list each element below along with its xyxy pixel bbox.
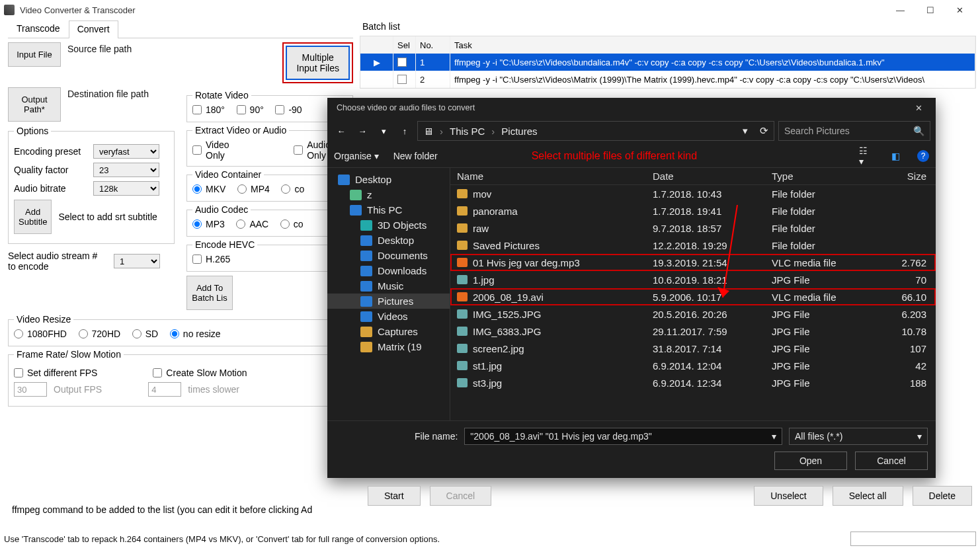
file-row[interactable]: raw9.7.2018. 18:57File folder <box>450 219 936 237</box>
file-row[interactable]: st1.jpg6.9.2014. 12:04JPG File42 <box>450 357 936 374</box>
minimize-button[interactable]: — <box>885 0 915 20</box>
dialog-close-button[interactable]: ✕ <box>905 103 932 113</box>
select-all-button[interactable]: Select all <box>833 486 903 506</box>
aac-radio[interactable]: AAC <box>236 219 268 229</box>
file-row[interactable]: 1.jpg10.6.2019. 18:21JPG File70 <box>450 271 936 288</box>
close-button[interactable]: ✕ <box>945 0 975 20</box>
rotate-n90-checkbox[interactable]: -90 <box>275 104 302 115</box>
co2-radio[interactable]: co <box>280 219 304 229</box>
breadcrumb-leaf[interactable]: Pictures <box>501 126 537 137</box>
file-row[interactable]: st3.jpg6.9.2014. 12:34JPG File188 <box>450 374 936 391</box>
rotate-90-checkbox[interactable]: 90° <box>237 104 264 115</box>
create-slow-checkbox[interactable]: Create Slow Motion <box>153 368 247 378</box>
tree-item[interactable]: Desktop <box>327 233 450 248</box>
cancel-button[interactable]: Cancel <box>855 452 928 470</box>
video-only-checkbox[interactable]: Video Only <box>192 139 229 161</box>
view-mode-button[interactable]: ☷ ▾ <box>859 149 874 163</box>
tab-transcode[interactable]: Transcode <box>8 20 69 38</box>
resize-sd-radio[interactable]: SD <box>132 329 158 339</box>
file-name-input[interactable]: "2006_08_19.avi" "01 Hvis jeg var deg.mp… <box>464 428 782 445</box>
nav-recent-button[interactable]: ▾ <box>375 122 392 139</box>
col-size[interactable]: Size <box>878 171 929 182</box>
tree-item[interactable]: Matrix (19 <box>327 339 450 354</box>
input-file-button[interactable]: Input File <box>8 42 61 67</box>
add-subtitle-button[interactable]: AddSubtitle <box>14 200 52 234</box>
cancel-batch-button[interactable]: Cancel <box>430 486 492 506</box>
maximize-button[interactable]: ☐ <box>915 0 945 20</box>
status-input[interactable] <box>850 532 976 546</box>
resize-1080-radio[interactable]: 1080FHD <box>14 329 67 339</box>
file-row[interactable]: 2006_08_19.avi5.9.2006. 10:17VLC media f… <box>450 288 936 305</box>
tree-item[interactable]: This PC <box>327 202 450 217</box>
audio-stream-select[interactable]: 1 <box>114 254 160 268</box>
tree-item[interactable]: Pictures <box>327 294 450 309</box>
col-no[interactable]: No. <box>416 36 450 54</box>
help-icon[interactable]: ? <box>917 150 929 162</box>
mp3-radio[interactable]: MP3 <box>192 219 225 229</box>
file-row[interactable]: panorama1.7.2018. 19:41File folder <box>450 202 936 219</box>
tree-item[interactable]: Desktop <box>327 172 450 187</box>
refresh-icon[interactable]: ⟳ <box>760 125 768 137</box>
delete-button[interactable]: Delete <box>913 486 972 506</box>
file-row[interactable]: Saved Pictures12.2.2018. 19:29File folde… <box>450 237 936 254</box>
unselect-button[interactable]: Unselect <box>754 486 823 506</box>
app-icon <box>4 5 15 15</box>
breadcrumb-dropdown-icon[interactable]: ▾ <box>743 125 748 137</box>
audio-bitrate-select[interactable]: 128k <box>93 181 159 196</box>
nav-up-button[interactable]: ↑ <box>396 122 413 139</box>
col-date[interactable]: Date <box>653 171 772 182</box>
file-open-dialog: Choose video or audio files to convert ✕… <box>327 98 936 478</box>
add-to-batch-button[interactable]: Add ToBatch Lis <box>186 276 233 310</box>
mkv-radio[interactable]: MKV <box>192 184 225 194</box>
tree-item[interactable]: Music <box>327 278 450 294</box>
tree-item[interactable]: Videos <box>327 309 450 324</box>
file-row[interactable]: IMG_6383.JPG29.11.2017. 7:59JPG File10.7… <box>450 323 936 340</box>
col-task[interactable]: Task <box>450 36 975 54</box>
folder-icon <box>350 205 362 216</box>
nav-forward-button[interactable]: → <box>354 122 371 139</box>
col-type[interactable]: Type <box>772 171 878 182</box>
tree-item[interactable]: z <box>327 187 450 202</box>
quality-factor-select[interactable]: 23 <box>93 163 159 177</box>
file-type-filter[interactable]: All files (*.*)▾ <box>789 428 928 445</box>
breadcrumb[interactable]: 🖥 › This PC › Pictures ▾ ⟳ <box>417 121 774 141</box>
folder-tree[interactable]: DesktopzThis PC3D ObjectsDesktopDocument… <box>327 168 450 420</box>
organise-menu[interactable]: Organise ▾ <box>334 151 379 161</box>
file-row[interactable]: mov1.7.2018. 10:43File folder <box>450 185 936 202</box>
preview-pane-button[interactable]: ◧ <box>888 149 903 163</box>
nav-back-button[interactable]: ← <box>333 122 350 139</box>
encoding-preset-select[interactable]: veryfast <box>93 144 159 159</box>
row-checkbox[interactable] <box>397 75 407 84</box>
tree-item[interactable]: Documents <box>327 248 450 263</box>
batch-row[interactable]: ▶1ffmpeg -y -i "C:\Users\z\Videos\bundal… <box>360 54 975 71</box>
open-button[interactable]: Open <box>774 452 847 470</box>
multiple-input-files-button[interactable]: Multiple Input Files <box>286 46 350 80</box>
tab-convert[interactable]: Convert <box>69 20 118 38</box>
resize-none-radio[interactable]: no resize <box>170 329 221 339</box>
mp4-radio[interactable]: MP4 <box>237 184 270 194</box>
new-folder-button[interactable]: New folder <box>393 151 438 161</box>
fps-input[interactable] <box>14 382 47 397</box>
col-name[interactable]: Name <box>457 171 653 182</box>
col-sel[interactable]: Sel <box>393 36 416 54</box>
row-checkbox[interactable] <box>397 58 407 67</box>
h265-checkbox[interactable]: H.265 <box>192 254 230 264</box>
co-radio[interactable]: co <box>281 184 304 194</box>
audio-only-checkbox[interactable]: Audio Only <box>294 139 331 161</box>
file-row[interactable]: 01 Hvis jeg var deg.mp319.3.2019. 21:54V… <box>450 254 936 271</box>
file-row[interactable]: IMG_1525.JPG20.5.2016. 20:26JPG File6.20… <box>450 305 936 323</box>
set-fps-checkbox[interactable]: Set different FPS <box>14 368 97 378</box>
rotate-180-checkbox[interactable]: 180° <box>192 104 225 115</box>
slow-input[interactable] <box>148 382 181 397</box>
file-name-label: File name: <box>415 431 458 442</box>
breadcrumb-root[interactable]: This PC <box>450 126 485 137</box>
start-button[interactable]: Start <box>368 486 421 506</box>
tree-item[interactable]: Captures <box>327 324 450 339</box>
batch-row[interactable]: 2ffmpeg -y -i "C:\Users\z\Videos\Matrix … <box>360 71 975 88</box>
search-input[interactable]: Search Pictures 🔍 <box>778 121 930 141</box>
output-path-button[interactable]: Output Path* <box>8 87 61 122</box>
tree-item[interactable]: Downloads <box>327 263 450 278</box>
tree-item[interactable]: 3D Objects <box>327 217 450 233</box>
file-row[interactable]: screen2.jpg31.8.2017. 7:14JPG File107 <box>450 340 936 357</box>
resize-720-radio[interactable]: 720HD <box>79 329 121 339</box>
